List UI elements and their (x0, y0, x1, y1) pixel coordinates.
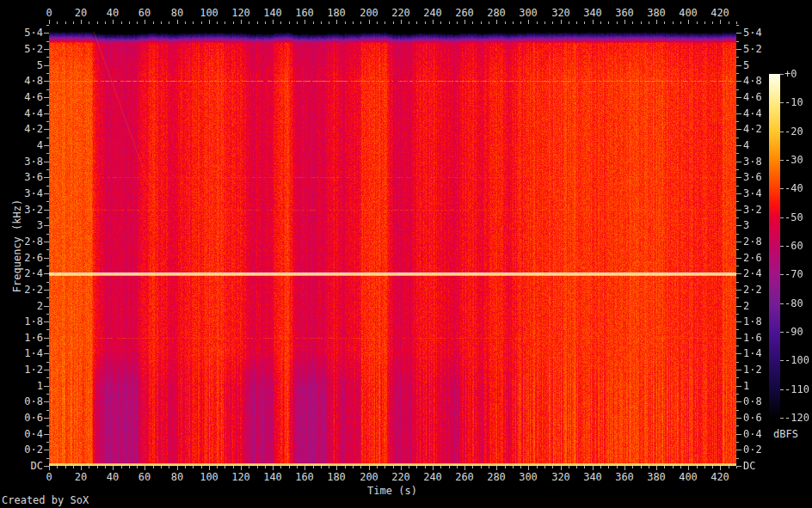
x-tick-label: 300 (519, 471, 538, 483)
y-axis-tick (44, 177, 49, 178)
colorbar-tick (780, 303, 784, 304)
x-axis-tick (209, 466, 210, 470)
y-tick-label: 3·2 (743, 204, 781, 216)
x-axis-tick (641, 466, 642, 468)
x-axis-tick (632, 466, 633, 468)
y-tick-label: 4·4 (743, 107, 781, 119)
x-axis-tick (569, 466, 569, 468)
y-axis-tick (736, 394, 739, 395)
y-axis-tick (46, 346, 49, 346)
y-axis-tick (44, 273, 49, 274)
y-axis-tick (736, 41, 739, 42)
y-tick-label: 1·4 (743, 347, 781, 359)
x-axis-tick (632, 21, 633, 24)
x-axis-tick (489, 466, 489, 468)
x-axis-tick (440, 21, 441, 24)
y-axis-tick (44, 418, 49, 419)
x-axis-tick (304, 20, 305, 24)
x-axis-tick (409, 21, 409, 24)
y-tick-label: 0·8 (743, 395, 781, 407)
y-tick-label: 1·2 (743, 364, 781, 376)
x-axis-tick (201, 21, 202, 24)
x-axis-tick (409, 466, 409, 468)
y-axis-tick (736, 346, 739, 346)
x-axis-tick (177, 466, 178, 470)
y-axis-tick (736, 201, 739, 202)
y-axis-tick (44, 242, 49, 242)
y-axis-tick (736, 121, 739, 122)
x-axis-tick (513, 21, 514, 24)
x-axis-tick (360, 21, 361, 24)
y-axis-tick (44, 290, 49, 291)
y-tick-label: 0·4 (743, 428, 781, 440)
x-tick-label: 260 (455, 7, 474, 19)
x-tick-label: 160 (295, 7, 314, 19)
x-axis-tick (185, 466, 186, 468)
y-axis-tick (736, 306, 741, 307)
x-axis-tick (617, 466, 618, 468)
x-axis-tick (697, 466, 698, 468)
x-axis-tick (649, 21, 649, 24)
x-axis-tick (177, 20, 178, 24)
x-tick-label: 360 (615, 471, 634, 483)
x-axis-tick (73, 466, 74, 468)
x-axis-tick (552, 21, 553, 24)
y-axis-tick (46, 121, 49, 122)
x-axis-tick (225, 21, 225, 24)
x-axis-tick (496, 20, 497, 24)
x-axis-tick (481, 466, 482, 468)
x-axis-tick (449, 21, 450, 24)
x-axis-tick (153, 21, 154, 24)
x-axis-tick (544, 466, 545, 468)
y-tick-label: 4·6 (743, 91, 781, 103)
y-tick-label: 4·2 (12, 123, 43, 135)
y-axis-tick (46, 186, 49, 187)
x-tick-label: 200 (360, 471, 378, 483)
x-tick-label: 40 (107, 7, 119, 19)
y-axis-tick (736, 425, 739, 426)
x-axis-tick (401, 466, 402, 470)
y-axis-tick (736, 450, 741, 450)
y-axis-tick (736, 217, 739, 218)
x-axis-tick (481, 21, 482, 24)
x-axis-tick (384, 466, 385, 468)
y-axis-tick (46, 57, 49, 58)
y-tick-label: 1·8 (12, 315, 43, 327)
y-tick-label: 5·4 (743, 27, 781, 39)
y-axis-tick (46, 329, 49, 330)
y-axis-tick (46, 297, 49, 298)
x-axis-tick (688, 466, 689, 470)
x-axis-tick (440, 466, 441, 468)
x-axis-tick (265, 21, 266, 24)
x-axis-tick (425, 466, 426, 468)
x-axis-tick (169, 466, 169, 468)
x-axis-tick (249, 466, 249, 468)
y-axis-tick (46, 425, 49, 426)
y-axis-tick (736, 177, 741, 178)
credit-text: Created by SoX (2, 494, 89, 506)
y-tick-label: DC (12, 460, 43, 472)
colorbar-tick-label: -60 (784, 240, 812, 252)
y-tick-label: 4·4 (12, 107, 43, 119)
x-axis-tick (137, 466, 138, 468)
y-tick-label: 0·8 (12, 395, 43, 407)
x-axis-tick (656, 466, 657, 470)
x-axis-tick (520, 466, 521, 468)
y-tick-label: 2·6 (743, 252, 781, 264)
x-axis-tick (145, 20, 145, 24)
x-axis-tick (697, 21, 698, 24)
y-axis-tick (44, 258, 49, 259)
y-axis-tick (46, 153, 49, 154)
y-axis-tick (736, 25, 739, 26)
x-axis-tick (664, 21, 665, 24)
x-tick-label: 320 (551, 7, 570, 19)
y-tick-label: 2 (743, 300, 781, 312)
y-axis-tick (46, 266, 49, 266)
x-axis-tick (145, 466, 145, 470)
x-axis-tick (649, 466, 649, 468)
x-tick-label: 220 (391, 7, 410, 19)
y-axis-tick (44, 434, 49, 435)
x-axis-tick (537, 21, 538, 24)
x-axis-tick (505, 21, 506, 24)
y-axis-tick (736, 89, 739, 90)
